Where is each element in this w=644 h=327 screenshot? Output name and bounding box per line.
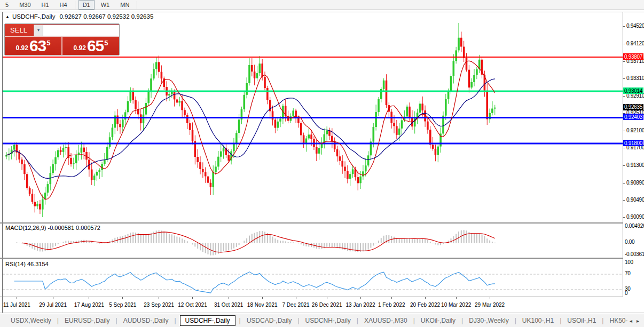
tab-separator: | bbox=[461, 317, 463, 324]
candles bbox=[5, 23, 496, 217]
date-label: 11 Jul 2021 bbox=[0, 302, 34, 308]
date-label: 29 Mar 2022 bbox=[473, 302, 507, 308]
date-tick bbox=[122, 297, 123, 299]
rsi-label: RSI(14) 46.3154 bbox=[5, 261, 49, 267]
tab-separator: | bbox=[560, 317, 561, 324]
price-tick bbox=[623, 44, 625, 44]
rsi-panel-separator[interactable] bbox=[0, 258, 623, 259]
tab-separator: | bbox=[515, 317, 516, 324]
tab-usdchf-daily[interactable]: USDCHF-,Daily bbox=[180, 315, 235, 326]
chart-window-top-border bbox=[0, 12, 644, 12]
price-tick bbox=[623, 96, 625, 97]
date-tick bbox=[296, 297, 296, 299]
date-tick bbox=[262, 297, 263, 299]
macd-signal-line bbox=[22, 232, 495, 252]
price-tick-label: 0.90490 bbox=[626, 197, 644, 203]
tab-eurusd-daily[interactable]: EURUSD-,Daily bbox=[62, 316, 112, 325]
rsi-axis-label: 100 bbox=[625, 259, 633, 265]
macd-histogram bbox=[16, 230, 495, 256]
price-tick bbox=[623, 200, 625, 201]
price-tick-label: 0.92100 bbox=[626, 127, 644, 133]
price-tick-label: 0.94520 bbox=[626, 23, 644, 29]
timeframe-5-button[interactable]: 5 bbox=[1, 0, 13, 10]
date-label: 7 Dec 2021 bbox=[279, 302, 313, 308]
timeframe-m30-button[interactable]: M30 bbox=[15, 0, 35, 10]
date-label: 18 Nov 2021 bbox=[245, 302, 279, 308]
tab-audusd-daily[interactable]: AUDUSD-,Daily bbox=[121, 316, 171, 325]
macd-label: MACD(12,26,9) -0.000581 0.000572 bbox=[5, 225, 100, 231]
date-label: 26 Dec 2021 bbox=[310, 302, 344, 308]
price-tick-label: 0.94120 bbox=[626, 41, 644, 46]
date-label: 5 Sep 2021 bbox=[106, 302, 140, 308]
date-tick bbox=[159, 297, 159, 299]
date-tick bbox=[192, 297, 193, 299]
timeframe-toolbar: 5M30H1H4D1W1MN bbox=[0, 0, 644, 10]
moving-average-line bbox=[6, 79, 495, 179]
tab-usdcad-daily[interactable]: USDCAD-,Daily bbox=[245, 316, 294, 325]
tab-xauusd-m30[interactable]: XAUUSD-,M30 bbox=[362, 316, 410, 325]
price-level-label: 0.92635 bbox=[623, 104, 643, 110]
chart-tab-bar: USDX,Weekly|EURUSD-,Daily|AUDUSD-,Daily|… bbox=[0, 314, 644, 327]
chart-tabs: USDX,Weekly|EURUSD-,Daily|AUDUSD-,Daily|… bbox=[0, 315, 627, 326]
date-tick bbox=[17, 297, 17, 299]
rsi-indicator-canvas[interactable] bbox=[3, 260, 623, 297]
timeframe-h4-button[interactable]: H4 bbox=[56, 0, 72, 10]
tab-separator: | bbox=[413, 317, 415, 324]
date-label: 23 Sep 2021 bbox=[142, 302, 176, 308]
date-label: 20 Feb 2022 bbox=[408, 302, 442, 308]
price-level-label: 0.91800 bbox=[623, 140, 643, 146]
price-tick bbox=[623, 165, 625, 166]
rsi-axis-label: 0 bbox=[625, 290, 627, 296]
tab-dj30-weekly[interactable]: DJ30-,Weekly bbox=[467, 316, 511, 325]
timeframe-mn-button[interactable]: MN bbox=[116, 0, 133, 10]
date-tick bbox=[229, 297, 229, 299]
date-label: 10 Mar 2022 bbox=[439, 302, 473, 308]
macd-panel-separator[interactable] bbox=[0, 222, 623, 224]
macd-axis-label: -0.003615 bbox=[625, 251, 644, 257]
date-tick bbox=[89, 297, 89, 299]
date-tick bbox=[327, 297, 327, 299]
timeframe-w1-button[interactable]: W1 bbox=[97, 0, 114, 10]
trading-terminal-window: 5M30H1H4D1W1MN ▲USDCHF-,Daily0.92627 0.9… bbox=[0, 0, 644, 327]
tabs-scroll-right-icon[interactable]: ▸ bbox=[634, 318, 641, 324]
price-tick-label: 0.90090 bbox=[626, 214, 644, 220]
date-tick bbox=[53, 297, 53, 299]
toolbar-separator bbox=[137, 1, 137, 9]
toolbar-separator bbox=[75, 1, 75, 9]
tab-usdcnh-daily[interactable]: USDCNH-,Daily bbox=[303, 316, 352, 325]
date-axis[interactable]: 11 Jul 202129 Jul 202117 Aug 20215 Sep 2… bbox=[3, 297, 623, 313]
price-level-label: 0.92403 bbox=[623, 114, 643, 120]
price-tick-label: 0.90890 bbox=[626, 180, 644, 186]
main-chart-canvas[interactable] bbox=[3, 16, 623, 222]
tab-separator: | bbox=[357, 317, 358, 324]
timeframe-h1-button[interactable]: H1 bbox=[37, 0, 53, 10]
timeframe-d1-button[interactable]: D1 bbox=[78, 0, 95, 10]
price-tick bbox=[623, 217, 625, 218]
tab-separator: | bbox=[116, 317, 117, 324]
macd-axis-label: 0.00 bbox=[625, 239, 634, 245]
tab-separator: | bbox=[174, 317, 176, 324]
date-tick bbox=[425, 297, 426, 299]
price-tick bbox=[623, 183, 625, 184]
price-tick bbox=[623, 148, 625, 148]
tabs-scroll-left-icon[interactable]: ◂ bbox=[627, 318, 634, 324]
price-tick bbox=[623, 78, 625, 79]
tab-separator: | bbox=[297, 317, 299, 324]
price-tick bbox=[623, 131, 625, 131]
price-tick-label: 0.93310 bbox=[626, 75, 644, 81]
date-tick bbox=[391, 297, 392, 299]
date-label: 13 Jan 2022 bbox=[343, 302, 378, 308]
tab-usdx-weekly[interactable]: USDX,Weekly bbox=[9, 316, 53, 325]
date-label: 17 Aug 2021 bbox=[72, 302, 106, 308]
date-label: 1 Feb 2022 bbox=[374, 302, 409, 308]
tab-uk100-h1[interactable]: UK100-,H1 bbox=[520, 316, 556, 325]
tab-separator: | bbox=[57, 317, 59, 324]
price-tick bbox=[623, 61, 625, 62]
timeframe-button-group: 5M30H1H4D1W1MN bbox=[0, 0, 139, 10]
tab-usoil-h1[interactable]: USOil-,H1 bbox=[565, 316, 598, 325]
tab-hk50-h1[interactable]: HK50-,H1 bbox=[607, 316, 627, 325]
macd-axis-label: 0.004926 bbox=[625, 223, 644, 229]
date-label: 31 Oct 2021 bbox=[211, 302, 246, 308]
statusbar-separator bbox=[0, 313, 644, 313]
tab-ukoil-daily[interactable]: UKOil-,Daily bbox=[419, 316, 458, 325]
